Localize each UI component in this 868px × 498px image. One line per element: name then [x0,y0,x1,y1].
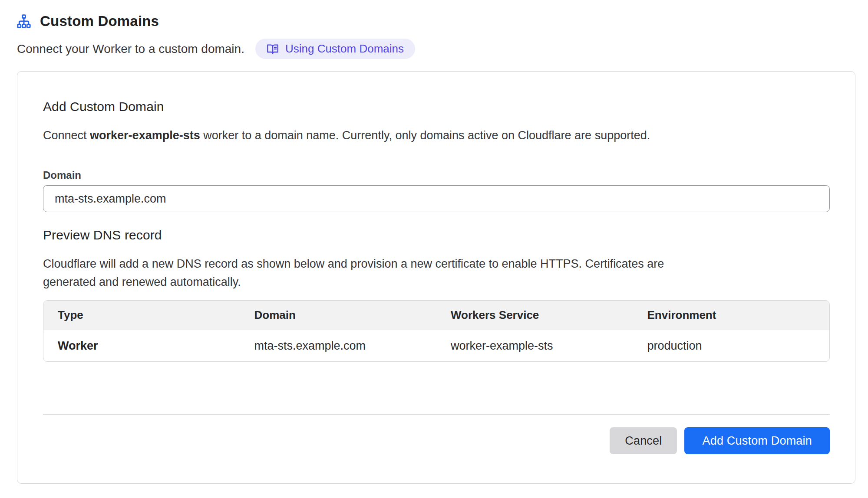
add-custom-domain-card: Add Custom Domain Connect worker-example… [17,71,855,484]
cell-environment: production [633,330,830,361]
action-buttons: Cancel Add Custom Domain [43,427,830,454]
card-heading: Add Custom Domain [43,99,829,114]
table-row: Worker mta-sts.example.com worker-exampl… [43,330,829,361]
page-header: Custom Domains [17,13,855,29]
intro-prefix: Connect [43,129,90,142]
intro-suffix: worker to a domain name. Currently, only… [200,129,650,142]
book-open-icon [267,43,279,55]
footer-divider [43,414,830,415]
cell-domain: mta-sts.example.com [240,330,437,361]
column-header-environment: Environment [633,301,830,330]
docs-link-label: Using Custom Domains [285,42,404,56]
sitemap-icon [17,14,31,28]
add-custom-domain-button[interactable]: Add Custom Domain [684,427,830,454]
preview-dns-heading: Preview DNS record [43,228,829,242]
column-header-workers-service: Workers Service [436,301,633,330]
domain-field-label: Domain [43,169,829,181]
table-header-row: Type Domain Workers Service Environment [43,301,829,330]
column-header-domain: Domain [240,301,437,330]
cancel-button[interactable]: Cancel [610,427,677,454]
card-intro-text: Connect worker-example-sts worker to a d… [43,129,829,142]
page-subtitle: Connect your Worker to a custom domain. [17,42,244,56]
page-title: Custom Domains [40,13,159,29]
dns-preview-table: Type Domain Workers Service Environment … [43,300,830,362]
domain-input[interactable] [43,185,830,212]
cell-workers-service: worker-example-sts [436,330,633,361]
page-subheader: Connect your Worker to a custom domain. … [17,39,855,59]
column-header-type: Type [43,301,240,330]
preview-dns-description: Cloudflare will add a new DNS record as … [43,255,699,291]
docs-link-badge[interactable]: Using Custom Domains [255,39,415,59]
custom-domains-page: Custom Domains Connect your Worker to a … [0,0,868,484]
cell-type: Worker [43,330,240,361]
worker-name: worker-example-sts [90,129,200,142]
